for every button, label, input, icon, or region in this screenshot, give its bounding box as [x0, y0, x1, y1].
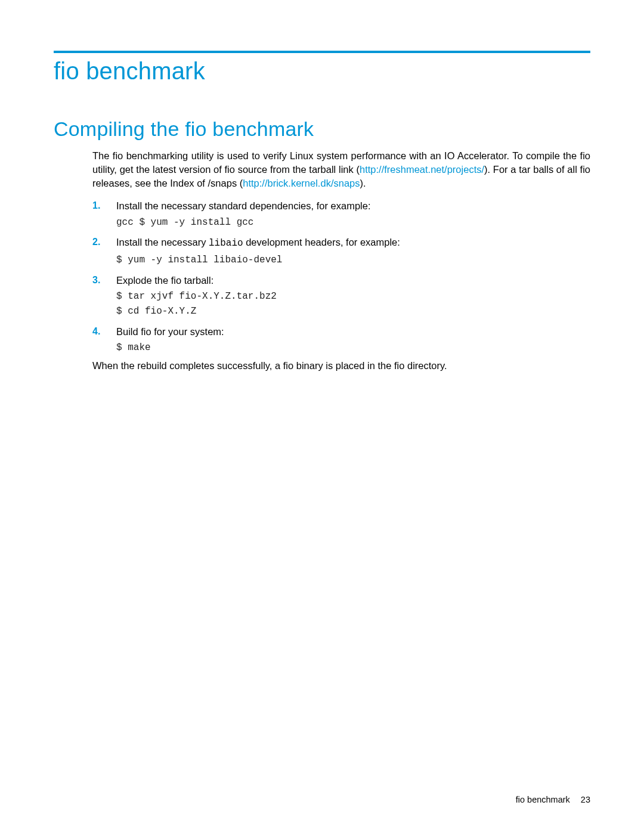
steps-list: Install the necessary standard dependenc… — [92, 198, 590, 355]
step-3-text: Explode the fio tarball: — [116, 275, 213, 286]
top-rule — [54, 51, 590, 53]
page-footer: fio benchmark 23 — [516, 795, 590, 804]
intro-text-3: ). — [360, 178, 366, 188]
step-3-code: $ tar xjvf fio-X.Y.Z.tar.bz2 $ cd fio-X.… — [116, 289, 590, 319]
step-2-text: Install the necessary libaio development… — [116, 237, 400, 247]
step-2-inline-code: libaio — [209, 238, 243, 249]
link-freshmeat[interactable]: http://freshmeat.net/projects/ — [360, 164, 484, 175]
footer-label: fio benchmark — [516, 795, 570, 804]
step-2: Install the necessary libaio development… — [92, 234, 590, 267]
intro-paragraph: The fio benchmarking utility is used to … — [92, 149, 590, 190]
step-1-code: gcc $ yum -y install gcc — [116, 215, 590, 230]
page: fio benchmark Compiling the fio benchmar… — [0, 0, 644, 833]
step-1: Install the necessary standard dependenc… — [92, 198, 590, 230]
closing-paragraph: When the rebuild completes successfully,… — [92, 360, 590, 371]
footer-page-number: 23 — [581, 795, 590, 804]
step-2-code: $ yum -y install libaio-devel — [116, 253, 590, 268]
page-title: fio benchmark — [54, 58, 590, 85]
step-1-text: Install the necessary standard dependenc… — [116, 200, 371, 211]
link-brick-kernel[interactable]: http://brick.kernel.dk/snaps — [243, 178, 360, 188]
step-2-text-before: Install the necessary — [116, 237, 209, 247]
step-4-text: Build fio for your system: — [116, 326, 224, 337]
body-content: The fio benchmarking utility is used to … — [92, 149, 590, 371]
step-4-code: $ make — [116, 340, 590, 355]
step-2-text-after: development headers, for example: — [243, 237, 400, 247]
step-4: Build fio for your system: $ make — [92, 324, 590, 355]
section-title: Compiling the fio benchmark — [54, 117, 590, 141]
step-3: Explode the fio tarball: $ tar xjvf fio-… — [92, 272, 590, 319]
